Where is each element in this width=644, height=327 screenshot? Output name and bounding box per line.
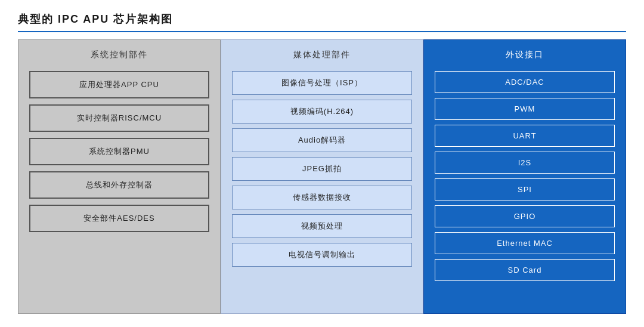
list-item: PWM [435,98,615,120]
list-item: JPEG抓拍 [232,157,412,181]
list-item: 总线和外存控制器 [29,171,209,199]
diagram-container: 系统控制部件 应用处理器APP CPU 实时控制器RISC/MCU 系统控制器P… [18,39,626,314]
media-column-title: 媒体处理部件 [293,50,351,60]
list-item: ADC/DAC [435,71,615,93]
list-item: 安全部件AES/DES [29,205,209,232]
media-column: 媒体处理部件 图像信号处理（ISP） 视频编码(H.264) Audio解码器 … [221,39,423,314]
system-column-title: 系统控制部件 [91,50,148,60]
list-item: 图像信号处理（ISP） [232,71,412,95]
list-item: 视频预处理 [232,214,412,238]
system-column: 系统控制部件 应用处理器APP CPU 实时控制器RISC/MCU 系统控制器P… [18,39,221,314]
list-item: 传感器数据接收 [232,186,412,209]
list-item: Audio解码器 [232,128,412,152]
list-item: 应用处理器APP CPU [29,71,209,98]
list-item: 实时控制器RISC/MCU [29,104,209,132]
list-item: 视频编码(H.264) [232,100,412,124]
list-item: SPI [435,178,615,200]
list-item: GPIO [435,205,615,227]
ethernet-mac-box: Ethernet MAC [435,232,615,254]
list-item: 系统控制器PMU [29,138,209,165]
peripheral-column: 外设接口 ADC/DAC PWM UART I2S SPI GPIO Ether… [423,39,626,314]
peripheral-column-title: 外设接口 [506,50,544,60]
page-title: 典型的 IPC APU 芯片架构图 [18,12,626,32]
list-item: SD Card [435,259,615,281]
list-item: UART [435,125,615,147]
list-item: 电视信号调制输出 [232,243,412,267]
list-item: I2S [435,152,615,174]
